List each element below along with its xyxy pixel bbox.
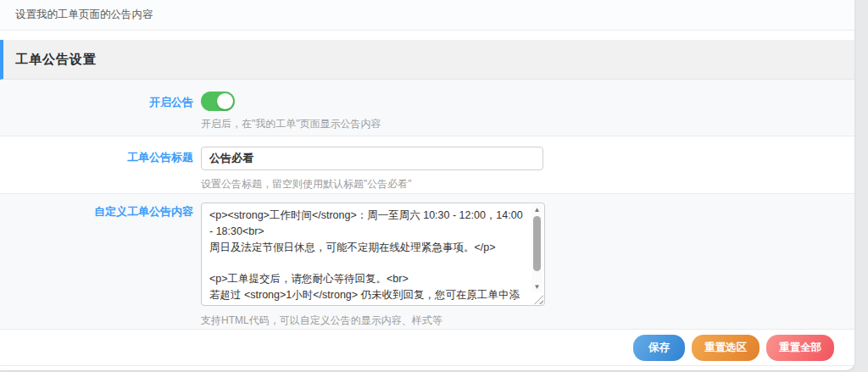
textarea-scrollbar[interactable]: ▲ ▼ <box>531 205 542 292</box>
announcement-content-label: 自定义工单公告内容 <box>0 194 193 329</box>
announcement-title-help: 设置公告标题，留空则使用默认标题"公告必看" <box>201 177 543 192</box>
page-description-text: 设置我的工单页面的公告内容 <box>15 8 153 22</box>
announcement-title-label: 工单公告标题 <box>0 136 193 193</box>
announcement-content-help: 支持HTML代码，可以自定义公告的显示内容、样式等 <box>201 314 545 328</box>
scrollbar-up-icon[interactable]: ▲ <box>531 205 542 215</box>
section-title: 工单公告设置 <box>15 52 97 68</box>
announcement-title-row: 工单公告标题 设置公告标题，留空则使用默认标题"公告必看" <box>0 136 854 194</box>
scrollbar-down-icon[interactable]: ▼ <box>531 282 542 292</box>
announcement-content-wrap: <p><strong>工作时间</strong>：周一至周六 10:30 - 1… <box>201 203 545 306</box>
reset-all-button[interactable]: 重置全部 <box>766 335 834 361</box>
announcement-enable-help: 开启后，在"我的工单"页面显示公告内容 <box>201 117 381 131</box>
announcement-content-textarea[interactable]: <p><strong>工作时间</strong>：周一至周六 10:30 - 1… <box>202 203 544 305</box>
page-background <box>854 0 868 372</box>
announcement-content-row: 自定义工单公告内容 <p><strong>工作时间</strong>：周一至周六… <box>0 194 854 330</box>
announcement-enable-toggle[interactable] <box>201 92 235 111</box>
spacer <box>0 31 854 40</box>
announcement-enable-label: 开启公告 <box>0 80 193 136</box>
settings-card: 设置我的工单页面的公告内容 工单公告设置 开启公告 开启后，在"我的工单"页面显… <box>0 0 854 370</box>
toggle-knob <box>217 93 233 109</box>
page-description: 设置我的工单页面的公告内容 <box>0 0 854 31</box>
announcement-enable-row: 开启公告 开启后，在"我的工单"页面显示公告内容 <box>0 80 854 136</box>
scrollbar-thumb[interactable] <box>533 216 541 271</box>
section-header: 工单公告设置 <box>0 40 854 80</box>
save-button[interactable]: 保存 <box>633 335 685 361</box>
reset-section-button[interactable]: 重置选区 <box>692 335 760 361</box>
actions-bar: 保存 重置选区 重置全部 <box>0 330 854 366</box>
announcement-title-input[interactable] <box>201 147 543 170</box>
